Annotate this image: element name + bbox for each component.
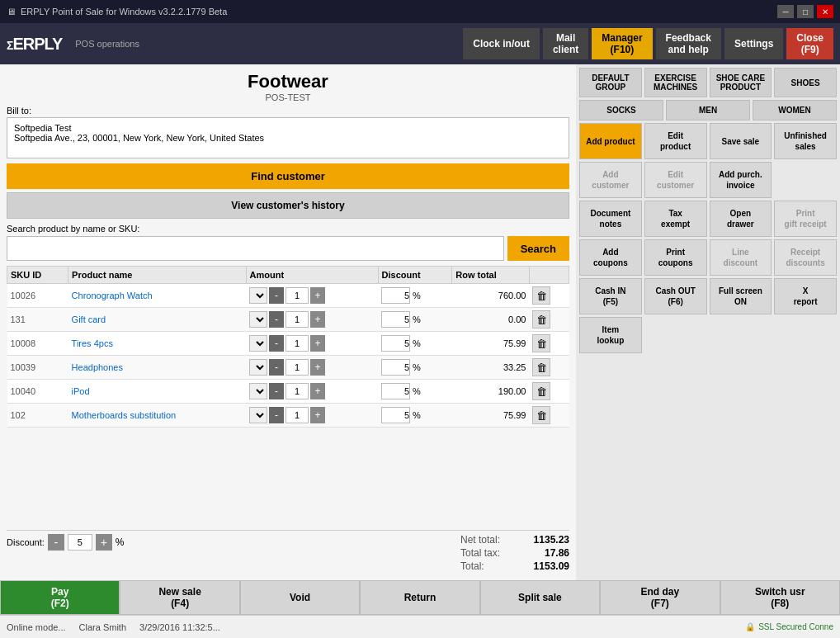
search-input[interactable] bbox=[7, 236, 504, 261]
category-button[interactable]: SHOES bbox=[774, 68, 837, 97]
discount-increase-button[interactable]: + bbox=[96, 534, 112, 551]
action-button[interactable]: Item lookup bbox=[579, 317, 642, 353]
qty-decrease-button[interactable]: - bbox=[269, 335, 284, 352]
switch-usr-button[interactable]: Switch usr (F8) bbox=[720, 580, 840, 615]
action-button[interactable]: Unfinished sales bbox=[774, 123, 837, 159]
qty-select[interactable]: ▼ bbox=[249, 335, 267, 352]
right-panel: DEFAULT GROUPEXERCISE MACHINESSHOE CARE … bbox=[576, 64, 840, 580]
qty-decrease-button[interactable]: - bbox=[269, 359, 284, 376]
action-button[interactable]: Save sale bbox=[710, 123, 772, 159]
qty-input[interactable] bbox=[286, 407, 309, 423]
action-button[interactable]: Cash OUT (F6) bbox=[644, 278, 707, 314]
close-button[interactable]: Close (F9) bbox=[786, 28, 833, 59]
category-button[interactable]: WOMEN bbox=[753, 100, 837, 121]
category-button[interactable]: SHOE CARE PRODUCT bbox=[710, 68, 772, 97]
delete-row-button[interactable]: 🗑 bbox=[532, 286, 550, 305]
qty-decrease-button[interactable]: - bbox=[269, 383, 284, 399]
row-discount-input[interactable] bbox=[381, 383, 410, 399]
pay-button[interactable]: Pay (F2) bbox=[0, 580, 120, 615]
settings-button[interactable]: Settings bbox=[724, 28, 783, 59]
delete-row-button[interactable]: 🗑 bbox=[532, 334, 550, 352]
window-close-button[interactable]: ✕ bbox=[817, 5, 833, 18]
split-sale-button[interactable]: Split sale bbox=[480, 580, 600, 615]
action-button: Receipt discounts bbox=[774, 239, 837, 276]
qty-increase-button[interactable]: + bbox=[310, 311, 325, 328]
amount-cell: ▼ - + bbox=[246, 380, 378, 404]
qty-input[interactable] bbox=[286, 359, 309, 376]
row-total-cell: 0.00 bbox=[452, 308, 530, 332]
qty-increase-button[interactable]: + bbox=[310, 383, 325, 399]
action-button[interactable]: Full screen ON bbox=[710, 278, 772, 314]
top-nav: ΣERPLY POS operations Clock in/out Mail … bbox=[0, 23, 840, 64]
lock-icon: 🔒 bbox=[745, 622, 755, 631]
action-button[interactable]: Print coupons bbox=[644, 239, 707, 276]
row-discount-input[interactable] bbox=[381, 287, 410, 304]
action-button[interactable]: Add purch. invoice bbox=[710, 162, 772, 198]
mail-client-button[interactable]: Mail client bbox=[543, 28, 588, 59]
view-history-button[interactable]: View customer's history bbox=[7, 192, 569, 219]
row-discount-input[interactable] bbox=[381, 407, 410, 423]
qty-decrease-button[interactable]: - bbox=[269, 311, 284, 328]
qty-input[interactable] bbox=[286, 383, 309, 399]
action-button[interactable]: X report bbox=[774, 278, 837, 314]
qty-select[interactable]: ▼ bbox=[249, 311, 267, 328]
delete-row-button[interactable]: 🗑 bbox=[532, 406, 550, 424]
action-button[interactable]: Open drawer bbox=[710, 201, 772, 237]
category-button[interactable]: MEN bbox=[666, 100, 750, 121]
new-sale-button[interactable]: New sale (F4) bbox=[120, 580, 239, 615]
qty-select[interactable]: ▼ bbox=[249, 287, 267, 304]
totals-section: Net total: 1135.23 Total tax: 17.86 Tota… bbox=[460, 534, 569, 574]
clock-in-out-button[interactable]: Clock in/out bbox=[463, 28, 540, 59]
store-header: Footwear POS-TEST bbox=[7, 71, 569, 102]
action-button[interactable]: Cash IN (F5) bbox=[579, 278, 642, 314]
search-button[interactable]: Search bbox=[507, 236, 569, 261]
delete-row-button[interactable]: 🗑 bbox=[532, 382, 550, 400]
end-day-button[interactable]: End day (F7) bbox=[600, 580, 720, 615]
title-text: ERPLY Point of Sale for Windows v3.2.2.1… bbox=[21, 7, 777, 17]
qty-increase-button[interactable]: + bbox=[310, 335, 325, 352]
category-button[interactable]: SOCKS bbox=[579, 100, 663, 121]
void-button[interactable]: Void bbox=[240, 580, 360, 615]
table-row: 102 Motherboards substitution ▼ - + % 75… bbox=[7, 404, 569, 428]
qty-select[interactable]: ▼ bbox=[249, 359, 267, 376]
action-button[interactable]: Add product bbox=[579, 123, 642, 159]
total-value: 1153.09 bbox=[520, 560, 569, 572]
delete-row-button[interactable]: 🗑 bbox=[532, 310, 550, 328]
discount-decrease-button[interactable]: - bbox=[48, 534, 64, 551]
col-total: Row total bbox=[452, 267, 530, 284]
qty-input[interactable] bbox=[286, 335, 309, 352]
store-sub: POS-TEST bbox=[7, 92, 569, 102]
qty-select[interactable]: ▼ bbox=[249, 407, 267, 423]
return-button[interactable]: Return bbox=[360, 580, 479, 615]
manager-button[interactable]: Manager (F10) bbox=[592, 28, 652, 59]
delete-row-button[interactable]: 🗑 bbox=[532, 358, 550, 376]
find-customer-button[interactable]: Find customer bbox=[7, 163, 569, 189]
amount-cell: ▼ - + bbox=[246, 284, 378, 308]
action-button[interactable]: Document notes bbox=[579, 201, 642, 237]
qty-input[interactable] bbox=[286, 287, 309, 304]
action-button[interactable]: Add coupons bbox=[579, 239, 642, 276]
qty-decrease-button[interactable]: - bbox=[269, 287, 284, 304]
minimize-button[interactable]: ─ bbox=[777, 5, 794, 18]
qty-increase-button[interactable]: + bbox=[310, 359, 325, 376]
qty-decrease-button[interactable]: - bbox=[269, 407, 284, 423]
action-button[interactable]: Edit product bbox=[644, 123, 707, 159]
sku-cell: 102 bbox=[7, 404, 68, 428]
qty-increase-button[interactable]: + bbox=[310, 287, 325, 304]
delete-cell: 🗑 bbox=[529, 332, 569, 356]
discount-cell: % bbox=[378, 308, 452, 332]
qty-input[interactable] bbox=[286, 311, 309, 328]
category-button[interactable]: DEFAULT GROUP bbox=[579, 68, 642, 97]
maximize-button[interactable]: □ bbox=[797, 5, 814, 18]
left-panel: Footwear POS-TEST Bill to: Softpedia Tes… bbox=[0, 64, 576, 580]
action-button[interactable]: Tax exempt bbox=[644, 201, 707, 237]
qty-select[interactable]: ▼ bbox=[249, 383, 267, 399]
action-button: Add customer bbox=[579, 162, 642, 198]
row-discount-input[interactable] bbox=[381, 311, 410, 328]
row-discount-input[interactable] bbox=[381, 359, 410, 376]
category-button[interactable]: EXERCISE MACHINES bbox=[644, 68, 707, 97]
row-discount-input[interactable] bbox=[381, 335, 410, 352]
discount-value-input[interactable] bbox=[68, 534, 92, 551]
feedback-button[interactable]: Feedback and help bbox=[656, 28, 721, 59]
qty-increase-button[interactable]: + bbox=[310, 407, 325, 423]
